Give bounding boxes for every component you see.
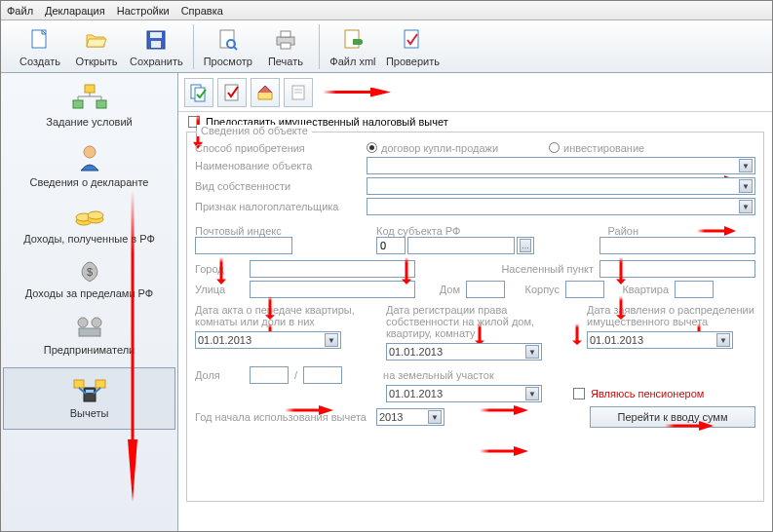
street-label: Улица — [195, 284, 244, 295]
doc-redcheck-icon — [222, 83, 242, 102]
svg-point-19 — [88, 211, 103, 219]
tb2-btn-4[interactable] — [284, 78, 313, 107]
toolbar-xml[interactable]: Файл xml — [329, 26, 376, 67]
menu-file[interactable]: Файл — [7, 5, 33, 17]
nav-income-foreign[interactable]: $ Доходы за пределами РФ — [1, 254, 177, 309]
calc-icon — [70, 374, 109, 403]
region-code-input[interactable] — [376, 237, 406, 254]
region-name-input — [407, 237, 515, 254]
svg-point-22 — [92, 318, 101, 327]
svg-point-21 — [78, 318, 88, 327]
toolbar-save[interactable]: Сохранить — [130, 26, 183, 67]
chevron-down-icon: ▼ — [739, 200, 753, 213]
nav-deductions[interactable]: Вычеты — [3, 367, 175, 430]
app-window: Файл Декларация Настройки Справка Создат… — [0, 0, 773, 532]
save-icon — [144, 26, 168, 54]
hierarchy-icon — [70, 83, 109, 112]
chevron-down-icon: ▼ — [739, 179, 753, 193]
house-input[interactable] — [466, 281, 505, 298]
page-icon — [289, 83, 308, 102]
date-app-label: Дата заявления о распределении имуществе… — [587, 304, 755, 327]
share-num-input[interactable] — [250, 366, 289, 384]
svg-rect-13 — [73, 100, 83, 108]
flat-input[interactable] — [675, 281, 714, 298]
nav-entrepreneur[interactable]: Предприниматели — [1, 309, 177, 365]
pensioner-checkbox[interactable] — [573, 388, 585, 399]
toolbar-print[interactable]: Печать — [262, 26, 309, 67]
street-input[interactable] — [250, 281, 415, 298]
tb2-btn-3[interactable] — [251, 78, 280, 107]
svg-rect-3 — [151, 41, 161, 48]
year-start-label: Год начала использования вычета — [195, 411, 370, 423]
menu-settings[interactable]: Настройки — [117, 5, 170, 17]
region-code-label: Код субъекта РФ — [376, 225, 460, 237]
nav-declarant[interactable]: Сведения о декларанте — [1, 137, 177, 198]
chevron-down-icon: ▼ — [525, 345, 539, 359]
sub-toolbar — [178, 73, 772, 112]
toolbar-check[interactable]: Проверить — [386, 26, 440, 67]
house-icon — [255, 83, 275, 102]
acq-method-label: Способ приобретения — [195, 142, 361, 154]
svg-rect-26 — [74, 380, 84, 388]
date-reg-label: Дата регистрации права собственности на … — [386, 304, 581, 339]
svg-rect-14 — [97, 100, 106, 108]
ownership-combo[interactable]: ▼ — [367, 177, 755, 195]
toolbar-open[interactable]: Открыть — [73, 26, 120, 67]
xml-icon — [341, 26, 365, 54]
building-input[interactable] — [565, 281, 604, 298]
moneybag-icon: $ — [76, 260, 103, 284]
tb2-btn-1[interactable] — [184, 78, 213, 107]
nav-income-rf[interactable]: Доходы, полученные в РФ — [1, 198, 177, 254]
date-land-picker[interactable]: 01.01.2013▼ — [386, 385, 542, 402]
coins-icon — [74, 204, 105, 229]
svg-rect-23 — [79, 328, 100, 336]
tb2-btn-2[interactable] — [217, 78, 247, 107]
svg-rect-27 — [96, 380, 105, 388]
district-label: Район — [608, 225, 638, 237]
district-input[interactable] — [599, 237, 755, 254]
preview-icon — [216, 26, 240, 54]
share-den-input[interactable] — [303, 366, 342, 384]
date-app-picker[interactable]: 01.01.2013▼ — [587, 331, 733, 349]
main-panel: Предоставить имущественный налоговый выч… — [178, 73, 772, 531]
ownership-label: Вид собственности — [195, 180, 361, 192]
building-label: Корпус — [511, 284, 560, 295]
menu-declaration[interactable]: Декларация — [45, 5, 105, 17]
date-act-label: Дата акта о передаче квартиры, комнаты и… — [195, 304, 380, 327]
annotation-arrow — [323, 88, 391, 97]
chevron-down-icon: ▼ — [428, 410, 442, 424]
city-input[interactable] — [250, 260, 415, 278]
svg-line-6 — [234, 47, 237, 50]
object-name-combo[interactable]: ▼ — [367, 157, 755, 174]
svg-rect-12 — [85, 85, 95, 93]
group-legend: Сведения об объекте — [197, 125, 312, 136]
locality-input[interactable] — [599, 260, 755, 278]
year-start-picker[interactable]: 2013▼ — [376, 408, 444, 426]
radio-invest[interactable]: инвестирование — [549, 141, 644, 154]
toolbar-preview[interactable]: Просмотр — [204, 26, 252, 67]
postal-input[interactable] — [195, 237, 292, 254]
svg-rect-9 — [281, 43, 290, 49]
taxpayer-sign-label: Признак налогоплательщика — [195, 201, 361, 212]
print-icon — [274, 26, 297, 54]
chevron-down-icon: ▼ — [325, 333, 338, 347]
menu-help[interactable]: Справка — [181, 5, 223, 17]
svg-rect-30 — [225, 85, 238, 100]
check-icon — [401, 26, 424, 54]
open-folder-icon — [85, 26, 108, 54]
new-doc-icon — [28, 26, 52, 54]
date-reg-picker[interactable]: 01.01.2013▼ — [386, 343, 542, 361]
svg-rect-25 — [86, 390, 94, 393]
taxpayer-sign-combo[interactable]: ▼ — [367, 198, 755, 215]
chevron-down-icon: ▼ — [716, 333, 730, 347]
share-label: Доля — [195, 369, 244, 381]
toolbar-create[interactable]: Создать — [17, 26, 63, 67]
nav-conditions[interactable]: Задание условий — [1, 77, 177, 137]
region-lookup-button[interactable]: … — [517, 237, 534, 254]
goto-sums-button[interactable]: Перейти к вводу сумм — [590, 406, 755, 428]
chevron-down-icon: ▼ — [525, 387, 539, 400]
radio-contract[interactable]: договор купли-продажи — [367, 141, 498, 154]
date-act-picker[interactable]: 01.01.2013▼ — [195, 331, 341, 349]
svg-point-15 — [84, 146, 96, 158]
svg-rect-2 — [150, 32, 162, 38]
